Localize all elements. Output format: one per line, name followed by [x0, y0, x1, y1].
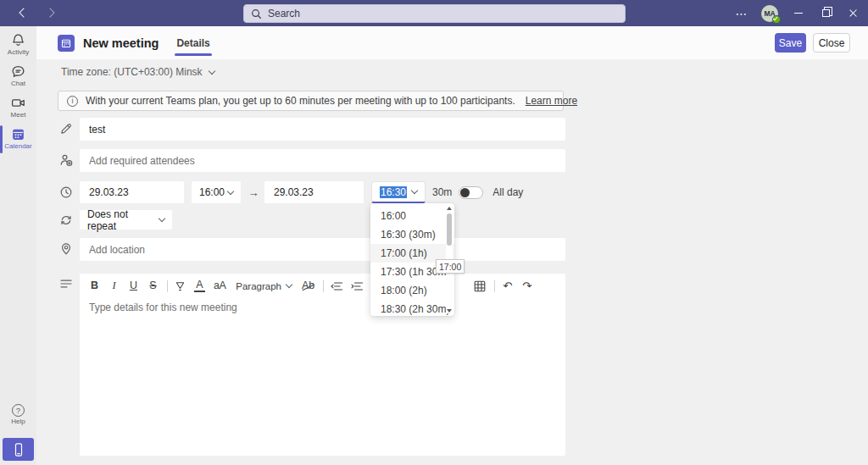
close-button[interactable]: Close: [813, 33, 850, 53]
formatting-toolbar: B I U S A aA Paragraph Ab: [80, 274, 565, 298]
font-color-button[interactable]: A: [194, 280, 205, 293]
chevron-down-icon: [286, 281, 292, 288]
end-time-combobox[interactable]: 16:30: [371, 181, 426, 203]
italic-button[interactable]: I: [108, 280, 120, 291]
avatar[interactable]: MA: [761, 5, 778, 22]
undo-button[interactable]: ↶: [502, 280, 513, 291]
back-icon[interactable]: [19, 8, 28, 17]
sidebar-item-meet[interactable]: Meet: [0, 96, 36, 119]
redo-button[interactable]: ↷: [521, 280, 532, 291]
presence-available-icon: [772, 15, 781, 24]
sidebar-item-help[interactable]: ? Help: [0, 404, 36, 425]
banner-text: With your current Teams plan, you get up…: [86, 95, 515, 107]
toolbar-divider: [323, 280, 324, 292]
chevron-down-icon: [159, 215, 165, 222]
all-day-label: All day: [492, 186, 523, 198]
main-panel: New meeting Details Save Close Time zone…: [36, 26, 868, 465]
time-tooltip: 17:00: [436, 259, 465, 274]
phone-icon: [12, 442, 25, 457]
font-size-button[interactable]: aA: [214, 280, 225, 291]
location-input[interactable]: [80, 238, 565, 261]
search-input[interactable]: Search: [243, 4, 626, 23]
indent-button[interactable]: [351, 281, 363, 291]
page-title: New meeting: [83, 36, 159, 50]
video-camera-icon: [11, 96, 25, 110]
search-placeholder: Search: [268, 8, 300, 19]
close-window-button[interactable]: [839, 0, 866, 26]
calendar-badge-icon: [58, 35, 75, 52]
chevron-down-icon: [208, 67, 214, 74]
mobile-app-button[interactable]: [3, 438, 34, 461]
sidebar-item-calendar[interactable]: Calendar: [0, 127, 36, 150]
repeat-dropdown[interactable]: Does not repeat: [80, 210, 172, 230]
search-icon: [251, 8, 262, 19]
info-icon: i: [67, 96, 78, 107]
strikethrough-button[interactable]: S: [147, 280, 159, 291]
tab-details[interactable]: Details: [176, 37, 209, 49]
plan-info-banner: i With your current Teams plan, you get …: [58, 91, 564, 111]
description-placeholder: Type details for this new meeting: [89, 302, 237, 313]
add-attendees-icon: [59, 153, 73, 167]
location-pin-icon: [59, 242, 73, 256]
timezone-label: Time zone: (UTC+03:00) Minsk: [61, 66, 203, 78]
datetime-row: 16:00 → 16:30 30m All day: [80, 181, 523, 203]
restore-button[interactable]: [812, 0, 839, 26]
save-button[interactable]: Save: [775, 33, 806, 53]
pencil-icon: [59, 122, 73, 136]
repeat-icon: [59, 213, 73, 227]
close-icon: [849, 8, 858, 18]
minimize-icon: [794, 13, 803, 14]
time-option[interactable]: 16:30 (30m): [370, 225, 454, 244]
toggle-knob: [460, 188, 470, 197]
meeting-header: New meeting Details Save Close: [36, 26, 868, 59]
insert-table-button[interactable]: [474, 280, 486, 292]
sidebar: Activity Chat Meet Calendar ? Help: [0, 26, 36, 465]
duration-label: 30m: [432, 186, 452, 198]
forward-icon[interactable]: [45, 8, 54, 17]
minimize-button[interactable]: [785, 0, 812, 26]
time-option[interactable]: 18:30 (2h 30m): [370, 300, 454, 316]
titlebar: Search ⋯ MA: [0, 0, 868, 26]
more-options-icon[interactable]: ⋯: [729, 7, 754, 20]
scroll-down-icon[interactable]: [447, 309, 452, 313]
details-lines-icon: [59, 277, 73, 291]
attendees-input[interactable]: [80, 149, 565, 172]
selected-time-text: 16:30: [380, 186, 407, 198]
meeting-title-input[interactable]: [80, 118, 565, 141]
bell-icon: [11, 33, 25, 47]
calendar-icon: [11, 127, 25, 141]
toolbar-divider: [494, 280, 495, 292]
highlight-button[interactable]: [175, 280, 186, 291]
clock-icon: [59, 185, 73, 199]
chevron-down-icon: [227, 187, 234, 194]
scroll-up-icon[interactable]: [447, 207, 452, 210]
outdent-button[interactable]: [331, 281, 342, 291]
restore-icon: [822, 9, 830, 17]
scrollbar-thumb[interactable]: [447, 213, 452, 246]
all-day-toggle[interactable]: [459, 186, 483, 199]
clear-formatting-button[interactable]: Ab: [302, 280, 314, 291]
underline-button[interactable]: U: [128, 280, 139, 291]
start-time-combobox[interactable]: 16:00: [192, 181, 241, 203]
time-option[interactable]: 18:00 (2h): [370, 281, 454, 300]
chevron-down-icon: [411, 187, 418, 194]
time-option[interactable]: 16:00: [370, 207, 454, 225]
paragraph-dropdown[interactable]: Paragraph: [236, 281, 292, 291]
toolbar-divider: [167, 280, 168, 292]
timezone-selector[interactable]: Time zone: (UTC+03:00) Minsk: [61, 66, 214, 78]
sidebar-item-activity[interactable]: Activity: [0, 33, 36, 56]
end-date-input[interactable]: [264, 181, 364, 203]
help-icon: ?: [12, 404, 25, 417]
learn-more-link[interactable]: Learn more: [526, 95, 577, 107]
arrow-right-icon: →: [248, 186, 259, 199]
start-date-input[interactable]: [80, 181, 184, 203]
chat-icon: [11, 64, 25, 79]
sidebar-item-chat[interactable]: Chat: [0, 64, 36, 87]
bold-button[interactable]: B: [89, 280, 100, 291]
description-editor[interactable]: B I U S A aA Paragraph Ab: [80, 274, 565, 456]
